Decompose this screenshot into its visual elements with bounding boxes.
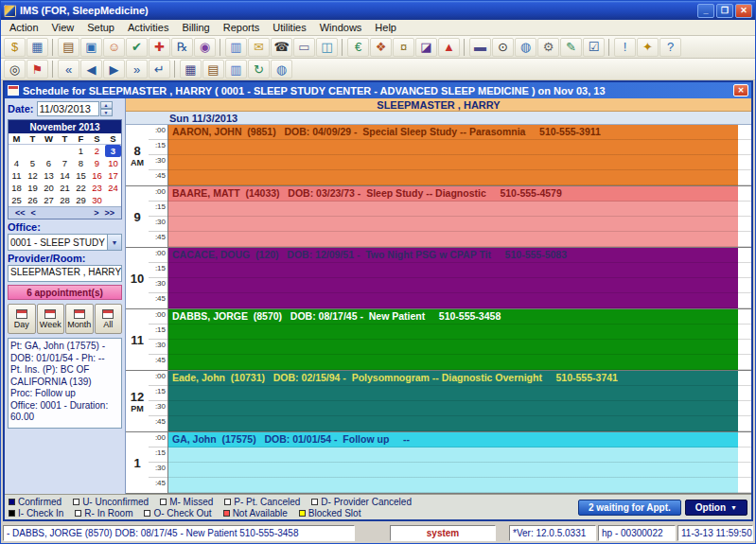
calendar-day-11[interactable]: 11 — [9, 169, 25, 182]
spinner-up-icon[interactable]: ▲ — [100, 101, 113, 109]
calendar-day-15[interactable]: 15 — [73, 169, 89, 182]
refresh-icon[interactable]: ↻ — [248, 60, 270, 79]
calendar-day-27[interactable]: 27 — [41, 194, 57, 206]
patient-icon[interactable]: ☺ — [103, 38, 125, 57]
calendar-day-6[interactable]: 6 — [41, 157, 57, 169]
info-icon[interactable]: ! — [614, 38, 636, 57]
clinical-icon[interactable]: ✚ — [149, 38, 170, 57]
calendar-next-month-button[interactable]: > — [91, 208, 101, 218]
lock-icon[interactable]: ✦ — [637, 38, 659, 57]
calendar-prev-year-button[interactable]: << — [12, 208, 28, 218]
calendar-next-year-button[interactable]: >> — [101, 208, 117, 218]
menu-view[interactable]: View — [45, 21, 81, 34]
schedule-close-button[interactable]: ✕ — [733, 84, 748, 97]
check-in-icon[interactable]: ✔ — [126, 38, 148, 57]
appointment-block[interactable]: BAARE, MATT (14033) DOB: 03/23/73 - Slee… — [168, 186, 738, 247]
calendar-day-2[interactable]: 2 — [89, 145, 105, 157]
reports-icon[interactable]: ◪ — [415, 38, 437, 57]
calendar-day-21[interactable]: 21 — [57, 182, 73, 194]
appointment-block[interactable]: DABBS, JORGE (8570) DOB: 08/17/45 - New … — [168, 309, 738, 370]
appointment-block[interactable]: AARON, JOHN (9851) DOB: 04/09/29 - Speci… — [168, 125, 738, 185]
calendar-day-9[interactable]: 9 — [89, 157, 105, 169]
calendar-day-16[interactable]: 16 — [89, 169, 105, 182]
calendar-day-13[interactable]: 13 — [41, 169, 57, 182]
previous-record-icon[interactable]: ◀ — [80, 60, 102, 79]
menu-windows[interactable]: Windows — [313, 21, 369, 34]
calendar-day-8[interactable]: 8 — [73, 157, 89, 169]
calendar-day-29[interactable]: 29 — [73, 194, 89, 206]
documents-icon[interactable]: ▥ — [225, 38, 247, 57]
calculator-icon[interactable]: ▦ — [26, 38, 48, 57]
settings-icon[interactable]: ⚙ — [537, 38, 559, 57]
maximize-button[interactable]: ❐ — [716, 4, 733, 18]
calendar-day-30[interactable]: 30 — [89, 194, 105, 206]
calendar-prev-month-button[interactable]: < — [28, 208, 39, 218]
billing-icon[interactable]: € — [347, 38, 369, 57]
view-day-button[interactable]: Day — [8, 304, 36, 334]
letter-icon[interactable]: ✉ — [248, 38, 270, 57]
minimize-button[interactable]: _ — [697, 4, 714, 18]
calendar-day-23[interactable]: 23 — [89, 182, 105, 194]
prescription-icon[interactable]: ℞ — [171, 38, 193, 57]
menu-reports[interactable]: Reports — [217, 21, 267, 34]
appointment-count-button[interactable]: 6 appointment(s) — [8, 285, 122, 300]
menu-help[interactable]: Help — [368, 21, 403, 34]
calendar-day-24[interactable]: 24 — [105, 182, 121, 194]
calendar-day-19[interactable]: 19 — [25, 182, 41, 194]
menu-utilities[interactable]: Utilities — [266, 21, 312, 34]
calendar-day-4[interactable]: 4 — [9, 157, 25, 169]
phone-icon[interactable]: ☎ — [271, 38, 292, 57]
calendar-day-25[interactable]: 25 — [9, 194, 25, 206]
menu-action[interactable]: Action — [3, 21, 45, 34]
calendar-day-7[interactable]: 7 — [57, 157, 73, 169]
calendar-day-22[interactable]: 22 — [73, 182, 89, 194]
date-input[interactable] — [37, 101, 99, 116]
calendar-day-1[interactable]: 1 — [73, 145, 89, 157]
money-icon[interactable]: $ — [4, 38, 26, 57]
chevron-down-icon[interactable]: ▼ — [107, 235, 121, 250]
appointment-block[interactable]: GA, John (17575) DOB: 01/01/54 - Follow … — [168, 432, 738, 493]
go-icon[interactable]: ↵ — [149, 60, 170, 79]
help-icon[interactable]: ? — [659, 38, 681, 57]
calendar-day-28[interactable]: 28 — [57, 194, 73, 206]
view-week-button[interactable]: Week — [37, 304, 65, 334]
schedule-icon[interactable]: ▣ — [80, 38, 102, 57]
appointment-block[interactable]: Eade, John (10731) DOB: 02/15/94 - Polys… — [168, 371, 738, 431]
option-button[interactable]: Option ▼ — [685, 500, 747, 516]
system-icon[interactable]: ▦ — [180, 60, 202, 79]
menu-billing[interactable]: Billing — [175, 21, 216, 34]
view-all-button[interactable]: All — [95, 304, 123, 334]
camera-icon[interactable]: ⊙ — [492, 38, 514, 57]
messages-icon[interactable]: ✎ — [560, 38, 582, 57]
web-icon[interactable]: ◍ — [515, 38, 536, 57]
menu-setup[interactable]: Setup — [80, 21, 121, 34]
appointment-block[interactable]: CACACE, DOUG (120) DOB: 12/09/51 - Two N… — [168, 248, 738, 308]
first-record-icon[interactable]: « — [58, 60, 79, 79]
calendar-day-14[interactable]: 14 — [57, 169, 73, 182]
labs-icon[interactable]: ◉ — [194, 38, 216, 57]
calendar-day-12[interactable]: 12 — [25, 169, 41, 182]
last-record-icon[interactable]: » — [126, 60, 148, 79]
graphs-icon[interactable]: ▲ — [438, 38, 460, 57]
close-button[interactable]: ✕ — [735, 4, 752, 18]
spinner-down-icon[interactable]: ▼ — [100, 109, 113, 116]
tasks-icon[interactable]: ☑ — [583, 38, 605, 57]
search-icon[interactable]: ◎ — [4, 60, 26, 79]
menu-activities[interactable]: Activities — [121, 21, 175, 34]
calendar-day-10[interactable]: 10 — [105, 157, 121, 169]
calendar-day-18[interactable]: 18 — [9, 182, 25, 194]
calendar-day-17[interactable]: 17 — [105, 169, 121, 182]
fax-icon[interactable]: ▭ — [293, 38, 315, 57]
office-select[interactable]: 0001 - SLEEP STUDY CE ▼ — [8, 234, 122, 251]
payments-icon[interactable]: ¤ — [393, 38, 414, 57]
scanner-icon[interactable]: ▬ — [469, 38, 491, 57]
archive-icon[interactable]: ▥ — [225, 60, 247, 79]
ledger-icon[interactable]: ▤ — [58, 38, 79, 57]
view-month-button[interactable]: Month — [65, 304, 94, 334]
provider-list[interactable]: SLEEPMASTER , HARRY — [8, 265, 122, 282]
next-record-icon[interactable]: ▶ — [103, 60, 125, 79]
claims-icon[interactable]: ❖ — [370, 38, 392, 57]
flag-icon[interactable]: ⚑ — [26, 60, 48, 79]
cards-icon[interactable]: ▤ — [202, 60, 224, 79]
calendar-day-3[interactable]: 3 — [105, 145, 121, 157]
